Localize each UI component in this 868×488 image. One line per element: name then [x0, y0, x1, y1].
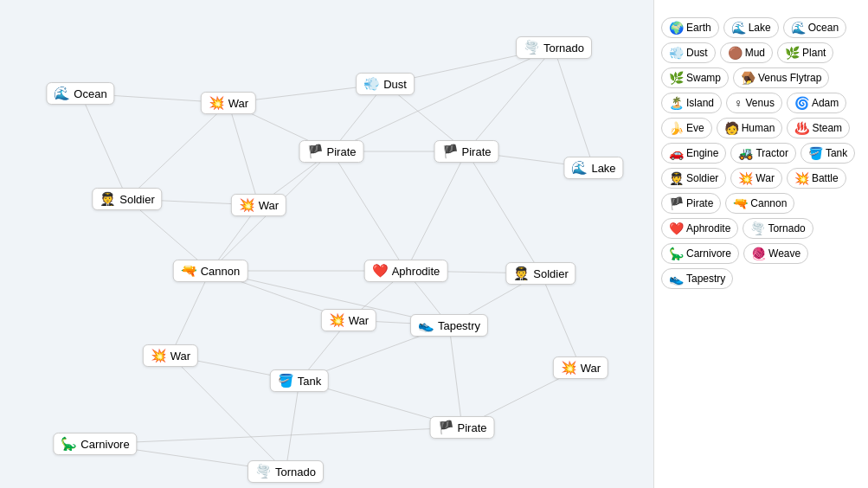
tag-label: Engine [686, 147, 718, 159]
sidebar-tag-engine[interactable]: 🚗Engine [661, 143, 726, 164]
sidebar-tag-mud[interactable]: 🟤Mud [720, 42, 773, 63]
tag-label: Ocean [808, 22, 839, 34]
node-soldier1[interactable]: 🧑‍✈️Soldier [92, 188, 162, 210]
node-tank[interactable]: 🪣Tank [270, 369, 329, 392]
node-ocean[interactable]: 🌊Ocean [46, 82, 114, 105]
sidebar-tag-pirate[interactable]: 🏴Pirate [661, 193, 721, 214]
tag-label: Mud [745, 47, 765, 59]
tag-label: Carnivore [686, 247, 731, 260]
tag-icon: 💨 [669, 46, 684, 60]
node-pirate1[interactable]: 🏴Pirate [299, 140, 364, 163]
tag-icon: 🪤 [741, 71, 755, 85]
tag-icon: 🌀 [794, 96, 809, 110]
node-icon-war1: 💥 [209, 95, 225, 111]
node-icon-carnivore: 🦕 [61, 436, 77, 452]
node-carnivore[interactable]: 🦕Carnivore [53, 433, 137, 455]
sidebar-tag-tractor[interactable]: 🚜Tractor [730, 143, 796, 164]
sidebar-tag-venus-flytrap[interactable]: 🪤Venus Flytrap [733, 67, 829, 88]
node-icon-aphrodite: ❤️ [372, 263, 389, 279]
sidebar-tag-swamp[interactable]: 🌿Swamp [661, 67, 729, 88]
node-label-carnivore: Carnivore [80, 438, 129, 451]
sidebar-tag-soldier[interactable]: 🧑‍✈️Soldier [661, 168, 726, 189]
tag-label: Venus Flytrap [758, 72, 821, 84]
sidebar-tag-earth[interactable]: 🌍Earth [661, 17, 719, 38]
svg-line-15 [331, 151, 406, 271]
node-label-pirate3: Pirate [458, 421, 487, 434]
tag-label: Weave [768, 247, 800, 260]
node-war1[interactable]: 💥War [201, 92, 256, 114]
node-lake[interactable]: 🌊Lake [563, 157, 623, 179]
tag-label: War [755, 172, 775, 184]
node-label-tornado2: Tornado [275, 466, 316, 478]
node-label-aphrodite: Aphrodite [392, 265, 440, 278]
node-tornado1[interactable]: 🌪️Tornado [516, 36, 592, 59]
tag-icon: 🌿 [669, 71, 684, 85]
svg-line-34 [449, 325, 462, 427]
sidebar-tag-venus[interactable]: ♀️Venus [726, 93, 782, 113]
node-war2[interactable]: 💥War [231, 194, 286, 216]
sidebar-tag-dust[interactable]: 💨Dust [661, 42, 716, 63]
sidebar-tag-cannon[interactable]: 🔫Cannon [725, 193, 794, 214]
tag-icon: 🌍 [669, 21, 684, 35]
sidebar-tag-aphrodite[interactable]: ❤️Aphrodite [661, 218, 738, 239]
sidebar-tag-lake[interactable]: 🌊Lake [723, 17, 779, 38]
sidebar-tag-tank[interactable]: 🪣Tank [800, 143, 855, 164]
tag-label: Adam [812, 97, 839, 109]
sidebar-tag-weave[interactable]: 🧶Weave [743, 243, 808, 264]
node-icon-war2: 💥 [239, 197, 255, 213]
svg-line-25 [170, 271, 210, 356]
node-label-war2: War [259, 199, 279, 212]
sidebar-tag-adam[interactable]: 🌀Adam [787, 93, 846, 113]
sidebar: 🌍Earth🌊Lake🌊Ocean💨Dust🟤Mud🌿Plant🌿Swamp🪤V… [653, 0, 868, 488]
svg-line-17 [406, 151, 466, 271]
sidebar-tag-war[interactable]: 💥War [730, 168, 782, 189]
node-war4[interactable]: 💥War [143, 344, 198, 367]
sidebar-tag-ocean[interactable]: 🌊Ocean [783, 17, 846, 38]
tag-icon: 🧑‍✈️ [669, 171, 684, 185]
node-aphrodite[interactable]: ❤️Aphrodite [364, 260, 448, 282]
sidebar-tag-tornado[interactable]: 🌪️Tornado [743, 218, 813, 239]
sidebar-tag-steam[interactable]: ♨️Steam [787, 118, 850, 138]
sidebar-tag-carnivore[interactable]: 🦕Carnivore [661, 243, 739, 264]
node-war3[interactable]: 💥War [321, 309, 376, 331]
tag-label: Aphrodite [686, 222, 730, 234]
node-label-war4: War [170, 350, 190, 363]
tag-icon: 💥 [738, 171, 753, 185]
svg-line-7 [80, 93, 127, 199]
tag-label: Soldier [686, 172, 718, 184]
sidebar-tags: 🌍Earth🌊Lake🌊Ocean💨Dust🟤Mud🌿Plant🌿Swamp🪤V… [661, 17, 861, 289]
tag-icon: 💥 [794, 171, 809, 185]
node-pirate2[interactable]: 🏴Pirate [434, 140, 499, 163]
node-soldier2[interactable]: 🧑‍✈️Soldier [505, 262, 575, 285]
sidebar-tag-plant[interactable]: 🌿Plant [777, 42, 833, 63]
sidebar-tag-battle[interactable]: 💥Battle [787, 168, 846, 189]
tag-label: Pirate [686, 197, 713, 209]
node-tornado2[interactable]: 🌪️Tornado [248, 460, 324, 483]
node-dust[interactable]: 💨Dust [356, 73, 415, 95]
tag-icon: 🍌 [669, 121, 684, 135]
node-icon-war3: 💥 [329, 312, 345, 328]
tag-icon: 🌊 [731, 21, 746, 35]
node-war5[interactable]: 💥War [553, 356, 608, 379]
sidebar-tag-eve[interactable]: 🍌Eve [661, 118, 712, 138]
node-icon-cannon: 🔫 [181, 263, 197, 279]
svg-line-11 [228, 103, 259, 205]
tag-label: Swamp [686, 72, 721, 84]
tag-icon: ❤️ [669, 222, 684, 235]
tag-label: Steam [812, 122, 842, 134]
tag-icon: 🦕 [669, 247, 684, 260]
node-icon-soldier1: 🧑‍✈️ [100, 191, 116, 207]
node-tapestry1[interactable]: 👟Tapestry [410, 314, 488, 337]
tag-label: Earth [686, 22, 711, 34]
sidebar-tag-island[interactable]: 🏝️Island [661, 93, 722, 113]
tag-icon: 🟤 [728, 46, 743, 60]
node-icon-tapestry1: 👟 [418, 318, 434, 333]
node-cannon[interactable]: 🔫Cannon [173, 260, 248, 282]
svg-line-18 [466, 151, 541, 273]
svg-line-39 [286, 381, 299, 472]
sidebar-tag-tapestry[interactable]: 👟Tapestry [661, 268, 733, 289]
node-pirate3[interactable]: 🏴Pirate [430, 416, 495, 439]
sidebar-tag-human[interactable]: 🧑Human [717, 118, 783, 138]
node-label-war5: War [581, 362, 601, 375]
tag-icon: 👟 [669, 272, 684, 286]
